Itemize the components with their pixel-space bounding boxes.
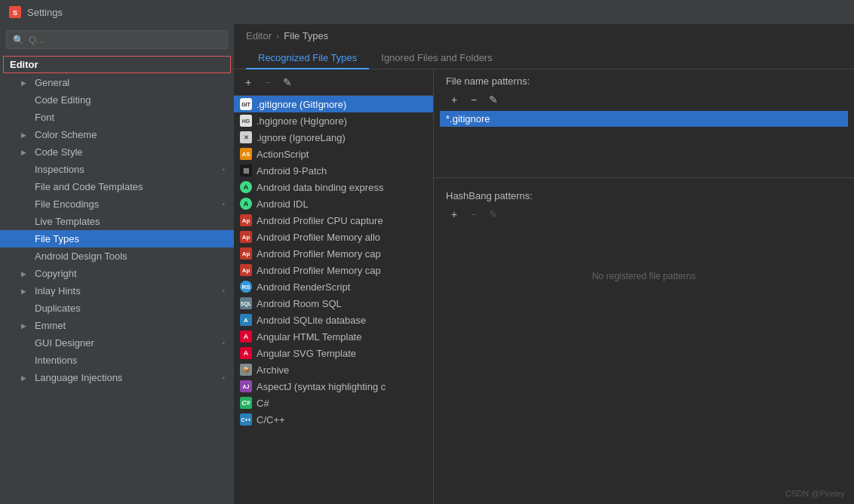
edit-pattern-button[interactable]: ✎: [485, 91, 502, 108]
inspections-label: Inspections: [35, 164, 84, 175]
file-item-angular-html[interactable]: A Angular HTML Template: [234, 328, 433, 345]
main-content: 🔍 Editor ▶ General Code Editing Font: [0, 24, 854, 504]
file-item-aspectj[interactable]: AJ AspectJ (syntax highlighting c: [234, 378, 433, 395]
file-item-android-idl[interactable]: A Android IDL: [234, 195, 433, 212]
breadcrumb-current: File Types: [284, 30, 328, 41]
sidebar-item-code-style[interactable]: ▶ Code Style: [0, 143, 234, 161]
sidebar-item-color-scheme[interactable]: ▶ Color Scheme: [0, 126, 234, 143]
android-databinding-icon: A: [240, 181, 252, 193]
watermark: CSDN @Pireley: [785, 489, 845, 498]
file-item-label: .hgignore (HgIgnore): [257, 115, 347, 127]
sidebar-item-duplicates[interactable]: Duplicates: [0, 300, 234, 317]
breadcrumb: Editor › File Types: [234, 24, 854, 48]
settings-icon: ▪: [222, 165, 225, 174]
sidebar-item-live-templates[interactable]: Live Templates: [0, 213, 234, 230]
sidebar-item-intentions[interactable]: Intentions: [0, 352, 234, 369]
file-item-label: Android SQLite database: [257, 315, 366, 326]
file-item-label: C#: [257, 398, 269, 409]
breadcrumb-parent: Editor: [246, 30, 272, 41]
sidebar-item-font[interactable]: Font: [0, 109, 234, 126]
search-icon: 🔍: [13, 35, 24, 45]
file-item-android-profiler-mem-cap2[interactable]: Aр Android Profiler Memory cap: [234, 262, 433, 278]
file-item-android-profiler-cpu[interactable]: Aр Android Profiler CPU capture: [234, 212, 433, 229]
chevron-right-icon: ▶: [21, 131, 30, 139]
file-encodings-label: File Encodings: [35, 198, 99, 210]
sidebar: 🔍 Editor ▶ General Code Editing Font: [0, 24, 234, 504]
remove-pattern-button[interactable]: −: [465, 91, 482, 108]
intentions-label: Intentions: [35, 355, 77, 366]
sidebar-item-file-types[interactable]: File Types: [0, 230, 234, 247]
chevron-right-icon: ▶: [21, 287, 30, 295]
archive-icon: 📦: [240, 364, 252, 376]
add-file-type-button[interactable]: +: [240, 74, 257, 91]
file-item-label: Angular HTML Template: [257, 331, 361, 343]
sidebar-item-emmet[interactable]: ▶ Emmet: [0, 317, 234, 334]
file-item-android-renderscript[interactable]: RS Android RenderScript: [234, 278, 433, 295]
sidebar-item-gui-designer[interactable]: GUI Designer ▪: [0, 334, 234, 352]
remove-file-type-button[interactable]: −: [260, 74, 276, 91]
svg-text:S: S: [13, 9, 17, 17]
file-item-ignore[interactable]: ✕ .ignore (IgnoreLang): [234, 129, 433, 146]
inlay-hints-label: Inlay Hints: [35, 285, 81, 297]
sidebar-item-inspections[interactable]: Inspections ▪: [0, 161, 234, 178]
file-item-label: Android data binding express: [257, 182, 383, 193]
hashbang-patterns-label: HashBang patterns:: [434, 184, 854, 204]
tab-ignored[interactable]: Ignored Files and Folders: [369, 48, 504, 69]
color-scheme-label: Color Scheme: [35, 129, 97, 140]
aspectj-icon: AJ: [240, 380, 252, 392]
file-item-label: Android Room SQL: [257, 298, 342, 309]
file-item-android-9patch[interactable]: ▦ Android 9-Patch: [234, 162, 433, 179]
search-box[interactable]: 🔍: [6, 30, 228, 49]
sidebar-item-code-editing[interactable]: Code Editing: [0, 91, 234, 109]
file-item-label: Android Profiler Memory cap: [257, 265, 381, 276]
file-name-patterns-label: File name patterns:: [434, 69, 854, 90]
sidebar-item-inlay-hints[interactable]: ▶ Inlay Hints ▪: [0, 282, 234, 300]
edit-hashbang-button[interactable]: ✎: [485, 206, 502, 223]
sidebar-item-language-injections[interactable]: ▶ Language Injections ▪: [0, 369, 234, 386]
window-title: Settings: [27, 7, 63, 18]
file-item-android-profiler-mem-cap1[interactable]: Aр Android Profiler Memory cap: [234, 245, 433, 262]
add-hashbang-button[interactable]: +: [446, 206, 462, 223]
file-item-android-databinding[interactable]: A Android data binding express: [234, 179, 433, 195]
file-item-android-room-sql[interactable]: SQL Android Room SQL: [234, 295, 433, 312]
sidebar-item-copyright[interactable]: ▶ Copyright: [0, 265, 234, 282]
titlebar: S Settings: [0, 0, 854, 24]
file-code-templates-label: File and Code Templates: [35, 181, 143, 192]
profiler-mem-allo-icon: Aр: [240, 231, 252, 243]
file-item-angular-svg[interactable]: A Angular SVG Template: [234, 345, 433, 361]
chevron-right-icon: ▶: [21, 149, 30, 156]
file-item-label: Angular SVG Template: [257, 348, 356, 359]
file-item-hgignore[interactable]: HG .hgignore (HgIgnore): [234, 112, 433, 129]
pattern-item-gitignore[interactable]: *.gitignore: [440, 111, 848, 127]
hashbang-patterns-section: HashBang patterns: + − ✎ No registered f…: [434, 177, 854, 297]
angular-svg-icon: A: [240, 347, 252, 359]
remove-hashbang-button[interactable]: −: [465, 206, 482, 223]
file-item-csharp[interactable]: C# C#: [234, 395, 433, 411]
add-pattern-button[interactable]: +: [446, 91, 462, 108]
tab-ignored-label: Ignored Files and Folders: [381, 52, 492, 63]
sidebar-item-file-encodings[interactable]: File Encodings ▪: [0, 195, 234, 213]
file-item-android-profiler-mem-allo[interactable]: Aр Android Profiler Memory allo: [234, 229, 433, 245]
pattern-label: *.gitignore: [446, 113, 490, 124]
sqlite-icon: A: [240, 314, 252, 326]
editor-label: Editor: [10, 59, 38, 70]
sidebar-item-file-code-templates[interactable]: File and Code Templates: [0, 178, 234, 195]
edit-file-type-button[interactable]: ✎: [279, 74, 296, 91]
file-item-actionscript[interactable]: AS ActionScript: [234, 146, 433, 162]
file-item-cpp[interactable]: C++ C/C++: [234, 411, 433, 428]
file-item-android-sqlite[interactable]: A Android SQLite database: [234, 312, 433, 328]
file-item-gitignore[interactable]: GIT .gitignore (GitIgnore): [234, 96, 433, 112]
cpp-icon: C++: [240, 413, 252, 426]
file-name-patterns-section: File name patterns: + − ✎ *.gitignore: [434, 69, 854, 171]
android-idl-icon: A: [240, 198, 252, 210]
sidebar-item-general[interactable]: ▶ General: [0, 74, 234, 91]
sidebar-item-android-design-tools[interactable]: Android Design Tools: [0, 247, 234, 265]
file-item-label: AspectJ (syntax highlighting c: [257, 381, 386, 392]
file-item-label: Android Profiler Memory allo: [257, 232, 380, 243]
file-item-archive[interactable]: 📦 Archive: [234, 361, 433, 378]
app-icon: S: [9, 6, 21, 18]
sidebar-item-editor[interactable]: Editor: [3, 56, 231, 73]
search-input[interactable]: [29, 34, 221, 45]
tab-recognized[interactable]: Recognized File Types: [246, 48, 369, 69]
renderscript-icon: RS: [240, 281, 252, 293]
